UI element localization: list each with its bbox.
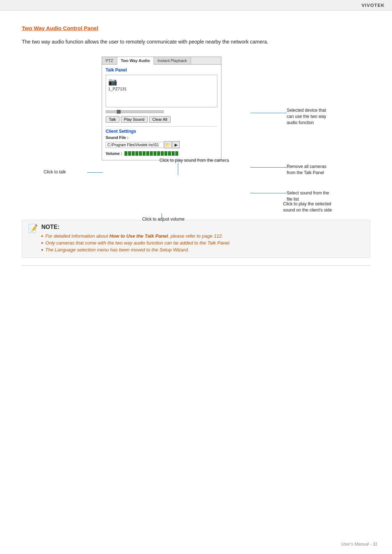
device-list: 📷 1_PZ7131 (106, 75, 217, 107)
talk-panel-title: Talk Panel (106, 67, 217, 73)
annotation-adjust-volume: Click to adjust volume (127, 216, 200, 222)
device-name: 1_PZ7131 (108, 87, 127, 91)
annotation-click-to-play: Click to play sound from the camera (149, 157, 240, 164)
volume-label: Volume : (106, 151, 122, 156)
line-remove-cameras (250, 167, 287, 168)
annotation-click-to-talk: Click to talk (44, 169, 87, 175)
sound-file-label: Sound File : (106, 135, 217, 140)
talk-button[interactable]: Talk (106, 116, 119, 123)
volume-segment[interactable] (143, 151, 146, 156)
volume-segment[interactable] (154, 151, 156, 156)
note-item-3: The Language selection menu has been mov… (41, 247, 230, 253)
volume-row: Volume : (106, 151, 217, 156)
top-bar: VIVOTEK (0, 0, 392, 11)
note-section: 📝 NOTE: For detailed information about H… (22, 220, 370, 258)
note-item-1: For detailed information about How to Us… (41, 233, 230, 239)
line-select-sound (250, 193, 287, 193)
button-row: Talk Play Sound Clear All (106, 116, 217, 123)
line-adjust-volume (162, 213, 162, 218)
slider-thumb[interactable] (117, 110, 121, 114)
volume-bar[interactable] (124, 151, 178, 156)
volume-segment[interactable] (135, 151, 138, 156)
annotation-click-play-selected: Click to play the selected sound on the … (283, 201, 359, 213)
annotation-select-sound: Select sound from the file list (287, 190, 359, 202)
main-content: Two Way Audio Control Panel The two way … (0, 11, 392, 284)
talk-slider[interactable] (106, 110, 164, 113)
annotation-remove-cameras: Remove all cameras from the Talk Panel (287, 164, 359, 176)
play-sound-button[interactable]: Play Sound (121, 116, 148, 123)
volume-segment[interactable] (172, 151, 175, 156)
panel-body: Talk Panel 📷 1_PZ7131 (102, 65, 221, 160)
line-selected-device (250, 113, 287, 113)
volume-segment[interactable] (128, 151, 131, 156)
volume-segment[interactable] (161, 151, 164, 156)
note-icon: 📝 (28, 224, 38, 233)
tab-bar: PTZ Two Way Audio Instant Playback (102, 57, 221, 65)
section-title: Two Way Audio Control Panel (22, 25, 370, 31)
page-footer: User's Manual - 31 (341, 542, 377, 547)
volume-segment[interactable] (150, 151, 153, 156)
play-icon[interactable]: ▶ (172, 141, 180, 148)
volume-segment[interactable] (146, 151, 149, 156)
volume-segment[interactable] (168, 151, 171, 156)
brand-label: VIVOTEK (362, 3, 385, 8)
slider-row (106, 110, 217, 113)
ui-panel: PTZ Two Way Audio Instant Playback Talk … (102, 57, 221, 160)
diagram-area: PTZ Two Way Audio Instant Playback Talk … (22, 57, 370, 209)
browse-icon[interactable]: 📁 (164, 141, 172, 148)
note-list: For detailed information about How to Us… (41, 233, 230, 253)
note-content: NOTE: For detailed information about How… (41, 224, 230, 254)
sound-file-input[interactable] (106, 142, 164, 148)
line-play-sound (178, 163, 178, 175)
volume-segment[interactable] (164, 151, 167, 156)
note-item-2: Only cameras that come with the two way … (41, 240, 230, 246)
tab-instant-playback[interactable]: Instant Playback (154, 57, 191, 64)
line-click-to-talk (87, 172, 103, 173)
clear-all-button[interactable]: Clear All (149, 116, 171, 123)
volume-segment[interactable] (124, 151, 127, 156)
note-title: NOTE: (41, 224, 60, 230)
volume-segment[interactable] (157, 151, 160, 156)
volume-segment[interactable] (132, 151, 135, 156)
sound-file-row: 📁 ▶ (106, 141, 217, 148)
footer-rule (22, 265, 370, 266)
tab-ptz[interactable]: PTZ (102, 57, 117, 64)
intro-paragraph: The two way audio function allows the us… (22, 38, 370, 46)
page-wrapper: VIVOTEK Two Way Audio Control Panel The … (0, 0, 392, 554)
camera-icon: 📷 (108, 77, 117, 86)
device-item: 📷 1_PZ7131 (108, 77, 215, 91)
annotation-selected-device: Selected device that can use the two way… (287, 107, 359, 126)
tab-two-way-audio[interactable]: Two Way Audio (117, 57, 154, 65)
volume-segment[interactable] (175, 151, 178, 156)
divider (106, 126, 217, 127)
client-settings-title: Client Settings (106, 129, 217, 134)
volume-segment[interactable] (139, 151, 142, 156)
